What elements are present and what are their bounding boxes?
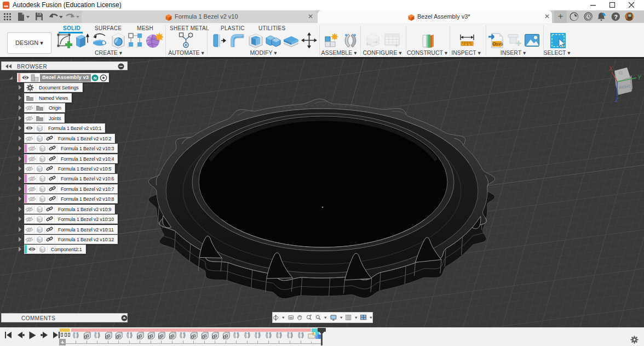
svg-text:Y: Y xyxy=(637,75,642,81)
svg-text:Z: Z xyxy=(614,97,619,103)
svg-text:?: ? xyxy=(614,14,618,20)
svg-text:N: N xyxy=(94,75,97,80)
svg-text:SVG: SVG xyxy=(496,42,503,46)
svg-text:X: X xyxy=(608,66,613,72)
